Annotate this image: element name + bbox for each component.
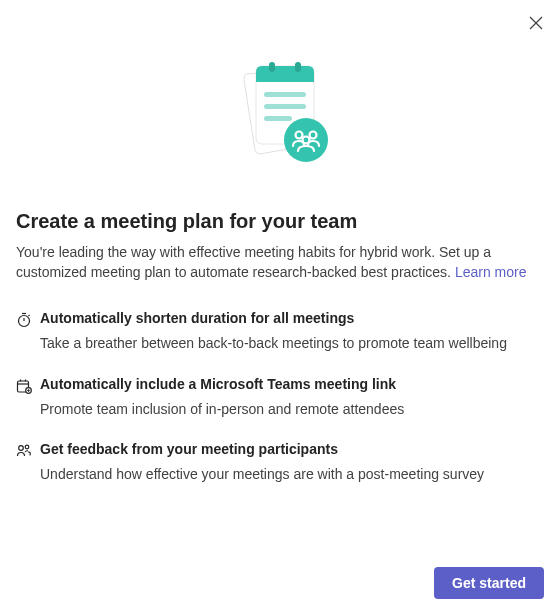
dialog-title: Create a meeting plan for your team [16,210,544,233]
feature-title: Automatically shorten duration for all m… [40,310,544,326]
people-feedback-icon [16,443,32,459]
dialog-subtitle: You're leading the way with effective me… [16,243,544,282]
dialog-content: Create a meeting plan for your team You'… [12,210,548,485]
subtitle-text: You're leading the way with effective me… [16,244,491,280]
svg-rect-7 [264,116,292,121]
feature-title: Automatically include a Microsoft Teams … [40,376,544,392]
feature-item-feedback: Get feedback from your meeting participa… [16,441,544,485]
close-icon [529,16,543,33]
dialog-footer: Get started [434,567,544,599]
illustration-wrap [12,60,548,174]
learn-more-link[interactable]: Learn more [455,264,527,280]
calendar-team-icon [224,60,336,174]
feature-body: Automatically include a Microsoft Teams … [40,376,544,420]
svg-point-21 [19,446,24,451]
svg-point-8 [284,118,328,162]
feature-item-teams-link: Automatically include a Microsoft Teams … [16,376,544,420]
svg-rect-3 [269,62,275,72]
feature-body: Get feedback from your meeting participa… [40,441,544,485]
feature-title: Get feedback from your meeting participa… [40,441,544,457]
svg-rect-4 [295,62,301,72]
close-button[interactable] [526,14,546,34]
svg-rect-6 [264,104,306,109]
timer-icon [16,312,32,328]
feature-desc: Understand how effective your meetings a… [40,465,544,485]
feature-desc: Promote team inclusion of in-person and … [40,400,544,420]
feature-item-shorten: Automatically shorten duration for all m… [16,310,544,354]
calendar-link-icon [16,378,32,394]
get-started-button[interactable]: Get started [434,567,544,599]
svg-point-22 [25,446,29,450]
feature-desc: Take a breather between back-to-back mee… [40,334,544,354]
svg-line-15 [29,315,30,316]
feature-body: Automatically shorten duration for all m… [40,310,544,354]
svg-rect-5 [264,92,306,97]
